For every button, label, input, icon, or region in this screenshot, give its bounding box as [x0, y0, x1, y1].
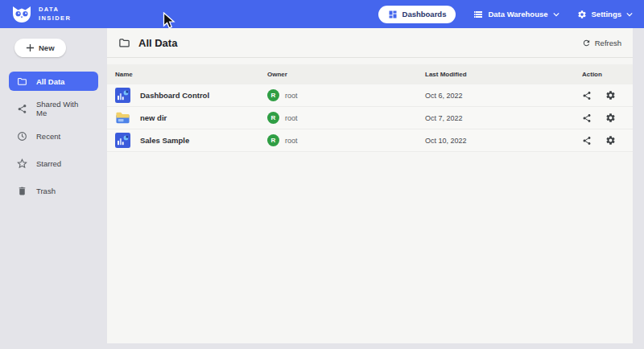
sidebar-item-label: Shared With Me — [36, 100, 90, 117]
sidebar-item-recent[interactable]: Recent — [9, 126, 98, 146]
sidebar-item-label: Trash — [36, 187, 56, 195]
chevron-down-icon — [553, 11, 559, 18]
last-modified-date: Oct 10, 2022 — [425, 137, 582, 145]
dashboard-file-icon — [115, 88, 130, 103]
share-icon — [582, 113, 592, 123]
row-settings-button[interactable] — [605, 135, 616, 146]
table-row[interactable]: Sales Sample R root Oct 10, 2022 — [107, 129, 633, 152]
table-header: Name Owner Last Modified Action — [107, 64, 633, 84]
owner-name: root — [285, 92, 298, 100]
clock-icon — [17, 131, 27, 142]
row-settings-button[interactable] — [605, 113, 616, 123]
sidebar-item-all-data[interactable]: All Data — [9, 72, 98, 91]
refresh-icon — [582, 39, 591, 47]
gear-icon — [605, 90, 616, 101]
data-warehouse-label: Data Warehouse — [488, 10, 547, 18]
database-icon — [473, 10, 483, 19]
settings-menu[interactable]: Settings — [577, 10, 633, 19]
dashboards-label: Dashboards — [402, 10, 447, 18]
dashboards-button[interactable]: Dashboards — [378, 6, 456, 23]
share-icon — [582, 91, 592, 101]
chevron-down-icon — [626, 11, 633, 18]
content-panel: All Data Refresh Name Owner Last Modifie… — [107, 28, 633, 343]
share-icon — [582, 136, 592, 146]
sidebar-item-label: All Data — [36, 77, 64, 86]
refresh-label: Refresh — [595, 39, 621, 47]
page-title: All Data — [138, 37, 177, 49]
share-button[interactable] — [582, 113, 592, 123]
folder-file-icon — [115, 110, 130, 125]
owner-avatar: R — [267, 134, 279, 146]
table-row[interactable]: Dashboard Control R root Oct 6, 2022 — [107, 84, 633, 107]
file-name: Dashboard Control — [140, 91, 209, 100]
app-window: DATA INSIDER Dashboards Data Warehouse — [0, 0, 644, 349]
share-button[interactable] — [582, 136, 592, 146]
brand-name: DATA INSIDER — [39, 6, 71, 22]
folder-icon — [118, 37, 130, 49]
sidebar-item-starred[interactable]: Starred — [9, 154, 98, 173]
owl-logo-icon — [11, 6, 32, 23]
last-modified-date: Oct 6, 2022 — [425, 92, 582, 100]
plus-icon — [26, 43, 35, 52]
gear-icon — [605, 113, 616, 123]
owner-avatar: R — [267, 89, 279, 101]
column-header-last-modified: Last Modified — [425, 71, 582, 78]
brand-logo: DATA INSIDER — [11, 6, 71, 23]
new-button[interactable]: New — [14, 39, 66, 57]
data-warehouse-menu[interactable]: Data Warehouse — [473, 10, 559, 19]
table-row[interactable]: new dir R root Oct 7, 2022 — [107, 107, 633, 129]
top-navigation-bar: DATA INSIDER Dashboards Data Warehouse — [0, 0, 644, 28]
sidebar-menu: All Data Shared With Me Recent — [0, 68, 107, 203]
sidebar-item-label: Recent — [36, 132, 60, 141]
sidebar-item-shared-with-me[interactable]: Shared With Me — [9, 99, 98, 118]
sidebar-item-label: Starred — [36, 159, 61, 168]
sidebar-item-trash[interactable]: Trash — [9, 181, 98, 200]
dashboard-icon — [388, 10, 398, 19]
owner-name: root — [285, 114, 298, 122]
settings-label: Settings — [592, 10, 621, 18]
share-icon — [17, 104, 27, 114]
top-nav-links: Dashboards Data Warehouse Settings — [378, 6, 633, 23]
file-name: new dir — [140, 113, 167, 122]
file-name: Sales Sample — [140, 136, 189, 145]
gear-icon — [577, 10, 587, 19]
trash-icon — [17, 186, 27, 196]
folder-icon — [17, 76, 27, 87]
star-icon — [17, 158, 27, 169]
row-settings-button[interactable] — [605, 90, 616, 101]
new-button-label: New — [39, 43, 55, 52]
gear-icon — [605, 135, 616, 146]
column-header-action: Action — [582, 71, 633, 78]
dashboard-file-icon — [115, 133, 130, 148]
sidebar: New All Data Shared With Me — [0, 28, 107, 349]
last-modified-date: Oct 7, 2022 — [425, 114, 582, 122]
owner-avatar: R — [267, 112, 279, 124]
page-header: All Data Refresh — [107, 28, 633, 58]
share-button[interactable] — [582, 91, 592, 101]
owner-name: root — [285, 137, 298, 145]
refresh-button[interactable]: Refresh — [582, 39, 621, 47]
column-header-name: Name — [115, 71, 267, 78]
column-header-owner: Owner — [267, 71, 425, 78]
